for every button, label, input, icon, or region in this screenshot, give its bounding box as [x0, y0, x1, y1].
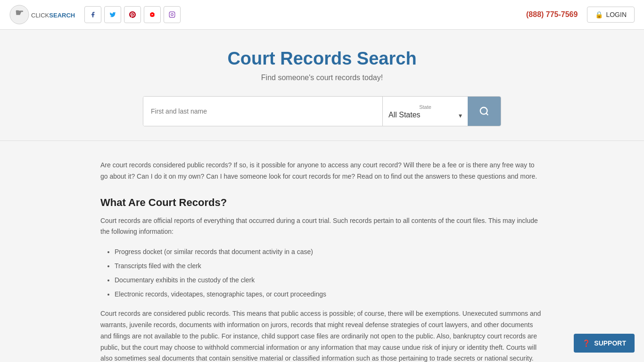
pinterest-icon[interactable] — [124, 6, 141, 23]
facebook-icon[interactable] — [84, 6, 101, 23]
state-select-wrapper: State All StatesAlabamaAlaskaArizonaArka… — [383, 97, 468, 126]
support-icon: ❓ — [582, 339, 590, 347]
hero-section: Court Records Search Find someone's cour… — [0, 30, 644, 141]
section1-text2: Court records are considered public reco… — [100, 308, 544, 362]
page-subtitle: Find someone's court records today! — [9, 74, 635, 82]
site-header: ☛ CLICKSEARCH (888) 775- — [0, 0, 644, 30]
header-left: ☛ CLICKSEARCH — [9, 5, 181, 25]
lock-icon: 🔒 — [595, 11, 603, 18]
section1-text1: Court records are official reports of ev… — [100, 215, 544, 238]
intro-paragraph: Are court records considered public reco… — [100, 160, 544, 182]
instagram-icon[interactable] — [164, 6, 181, 23]
svg-text:☛: ☛ — [15, 8, 24, 18]
header-right: (888) 775-7569 🔒 LOGIN — [526, 7, 635, 23]
social-icons — [84, 6, 181, 23]
logo-text: CLICKSEARCH — [31, 10, 75, 20]
logo-icon: ☛ — [9, 5, 29, 25]
search-icon — [479, 106, 489, 116]
name-search-input[interactable] — [143, 97, 382, 126]
list-item: Electronic records, videotapes, stenogra… — [115, 288, 544, 301]
twitter-icon[interactable] — [104, 6, 121, 23]
list-item: Documentary exhibits in the custody of t… — [115, 273, 544, 287]
svg-point-4 — [480, 107, 487, 115]
logo[interactable]: ☛ CLICKSEARCH — [9, 5, 75, 25]
svg-rect-2 — [169, 12, 175, 17]
search-button[interactable] — [468, 97, 501, 126]
section1-title: What Are Court Records? — [100, 197, 544, 209]
login-button[interactable]: 🔒 LOGIN — [587, 7, 635, 23]
list-item: Transcripts filed with the clerk — [115, 259, 544, 272]
state-label: State — [388, 104, 462, 110]
svg-line-5 — [486, 113, 488, 115]
court-records-list: Progress docket (or similar records that… — [115, 245, 544, 301]
list-item: Progress docket (or similar records that… — [115, 245, 544, 258]
phone-number: (888) 775-7569 — [526, 10, 578, 19]
main-content: Are court records considered public reco… — [91, 141, 553, 362]
search-form: State All StatesAlabamaAlaskaArizonaArka… — [143, 96, 501, 126]
page-title: Court Records Search — [9, 49, 635, 69]
youtube-icon[interactable] — [144, 6, 161, 23]
state-select[interactable]: All StatesAlabamaAlaskaArizonaArkansasCa… — [388, 111, 462, 119]
support-button[interactable]: ❓ SUPPORT — [574, 334, 635, 353]
